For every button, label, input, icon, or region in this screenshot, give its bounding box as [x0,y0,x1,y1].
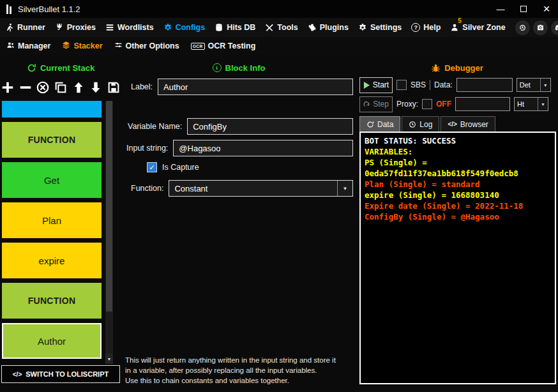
log-line: PS (Single) = [365,157,551,168]
chevron-down-icon: ▼ [538,98,548,110]
stack-block[interactable]: FUNCTION [2,283,102,319]
separator [430,80,430,90]
settings-gear-icon [358,23,367,32]
menu-item-proxies[interactable]: Proxies [55,23,96,32]
stack-block[interactable]: Get [2,162,102,198]
menu-item-tools[interactable]: Tools [265,23,298,32]
wordlists-icon [105,23,114,32]
clock-icon [409,121,416,128]
maximize-button[interactable] [512,0,535,18]
menu-item-plugins[interactable]: Plugins [308,23,349,32]
submenu-item-ocr-testing[interactable]: OCR OCR Testing [191,41,256,50]
log-line: BOT STATUS: SUCCESS [365,135,551,146]
camera-icon[interactable] [533,20,548,35]
function-field-row: Function: Constant ▼ [131,180,353,197]
stack-block[interactable]: expire [2,243,102,278]
proxy-label: Proxy: [396,100,418,109]
submenu-item-manager[interactable]: Manager [6,41,50,51]
menu-item-label: Silver Zone [462,23,505,32]
menu-item-hits-db[interactable]: Hits DB [215,23,255,32]
refresh-icon[interactable] [27,63,36,73]
sliders-icon [114,41,123,51]
close-button[interactable]: × [535,0,558,18]
play-icon [363,82,370,89]
log-line: 0eda57fd11f37ea1bb618f549f0edcb8 [365,168,551,179]
proxy-checkbox[interactable] [422,99,432,109]
stack-block[interactable]: Plan [2,202,102,238]
menu-item-settings[interactable]: Settings [358,23,402,32]
proxy-off-status: OFF [436,100,451,109]
switch-button-label: SWITCH TO LOLISCRIPT [26,370,109,378]
stack-toolbar [0,75,121,100]
tab-data[interactable]: Data [359,116,400,132]
function-label: Function: [131,184,163,193]
silver-zone-user-icon [450,23,459,32]
history-icon[interactable] [515,20,530,35]
sbs-checkbox[interactable] [396,80,407,90]
save-config-icon[interactable] [106,80,121,96]
stack-block[interactable] [2,101,102,117]
data-type-value: Det [517,81,540,89]
log-line: Expire date (Single) = 2022-11-18 [365,200,551,211]
menu-item-label: Wordlists [117,23,154,32]
move-down-icon[interactable] [89,80,104,96]
start-button-label: Start [373,80,389,89]
move-up-icon[interactable] [71,80,86,96]
switch-to-loliscript-button[interactable]: </> SWITCH TO LOLISCRIPT [1,365,120,383]
menu-item-label: Hits DB [227,23,255,32]
stack-block-selected[interactable]: Author [2,323,102,359]
silver-zone-badge: 5 [458,17,462,24]
menu-item-wordlists[interactable]: Wordlists [105,23,154,32]
submenu-item-label: Manager [18,41,50,50]
minimize-button[interactable]: — [489,0,512,18]
tab-label: Data [377,120,393,129]
step-button-label: Step [373,100,389,109]
label-input[interactable] [158,79,353,95]
menu-item-label: Runner [17,23,45,32]
tools-icon [265,23,274,32]
sbs-label: SBS [411,80,426,89]
function-dropdown[interactable]: Constant ▼ [169,180,353,197]
stack-block[interactable]: FUNCTION [2,122,102,158]
discord-icon[interactable] [551,20,558,35]
debugger-tabs: Data Log </> Browser [359,116,495,132]
data-input[interactable] [456,78,513,92]
scroll-down-arrow-icon[interactable]: ▼ [105,354,113,364]
data-type-dropdown[interactable]: Det ▼ [517,78,551,92]
menu-item-configs[interactable]: Configs [163,23,206,32]
submenu-item-stacker[interactable]: Stacker [62,41,102,51]
menu-item-help[interactable]: ? Help [411,23,441,32]
stack-scrollbar[interactable]: ▼ [105,101,113,364]
menu-item-silver-zone[interactable]: 5 Silver Zone [450,23,505,32]
is-capture-checkbox[interactable]: ✓ [147,162,157,172]
block-info-header: i Block Info [121,60,356,75]
remove-block-icon[interactable] [18,80,33,96]
refresh-icon [366,121,374,128]
start-button[interactable]: Start [359,77,393,93]
tab-label: Log [419,120,432,129]
menu-item-label: Tools [277,23,298,32]
variable-name-input[interactable] [187,118,353,135]
tab-browser[interactable]: </> Browser [441,116,495,132]
ocr-icon: OCR [191,43,205,50]
clear-stack-icon[interactable] [35,80,50,96]
info-icon: i [213,63,222,72]
tab-log[interactable]: Log [402,116,439,132]
runner-icon [5,23,14,32]
step-button[interactable]: Step [359,96,393,112]
debugger-row-1: Start SBS Data: Det ▼ [359,77,556,93]
proxy-type-dropdown[interactable]: Ht ▼ [514,97,548,111]
duplicate-block-icon[interactable] [53,80,68,96]
debugger-log-output: BOT STATUS: SUCCESS VARIABLES: PS (Singl… [359,132,556,384]
submenu-item-other-options[interactable]: Other Options [114,41,179,51]
label-field-row: Label: [131,79,353,95]
menu-item-label: Plugins [320,23,349,32]
add-block-icon[interactable] [0,80,15,96]
input-string-field-row: Input string: [126,140,353,156]
scrollbar-thumb[interactable] [106,101,112,312]
input-string-input[interactable] [173,140,353,156]
proxy-input[interactable] [455,97,510,111]
menu-item-runner[interactable]: Runner [5,23,45,32]
label-field-label: Label: [131,82,153,91]
menu-item-label: Configs [176,23,206,32]
